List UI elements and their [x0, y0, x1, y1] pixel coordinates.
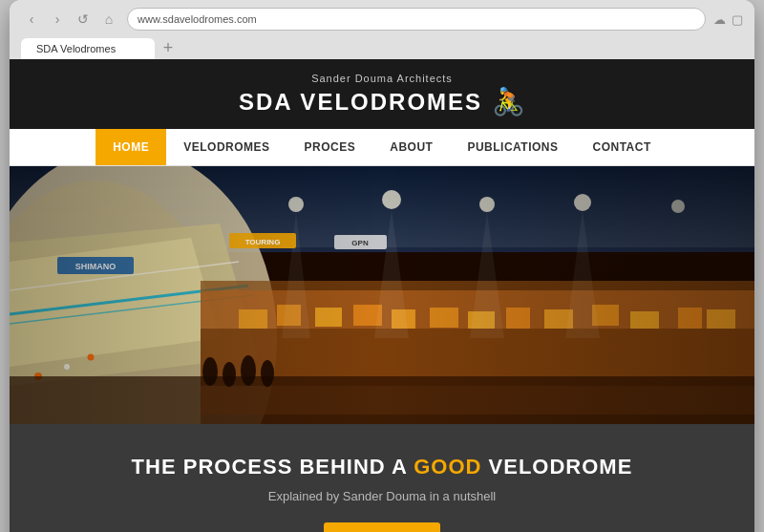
active-tab[interactable]: SDA Velodromes — [21, 38, 155, 59]
cta-section: THE PROCESS BEHIND A GOOD VELODROME Expl… — [10, 424, 754, 532]
tab-label: SDA Velodromes — [36, 43, 116, 54]
title-row: SDA VELODROMES 🚴 — [10, 86, 754, 117]
learn-more-button[interactable]: Learn more — [324, 522, 440, 532]
browser-top-bar: ‹ › ↺ ⌂ www.sdavelodromes.com ☁ ▢ — [21, 8, 743, 31]
forward-button[interactable]: › — [47, 9, 68, 30]
nav-item-proces[interactable]: PROCES — [287, 129, 373, 165]
tab-bar: SDA Velodromes + — [21, 36, 743, 59]
hero-image: SHIMANO TOURING GPN — [10, 166, 754, 424]
reload-button[interactable]: ↺ — [73, 9, 94, 30]
address-text: www.sdavelodromes.com — [138, 13, 257, 25]
cloud-icon: ☁ — [713, 12, 726, 27]
nav-item-contact[interactable]: CONTACT — [576, 129, 668, 165]
browser-chrome: ‹ › ↺ ⌂ www.sdavelodromes.com ☁ ▢ SDA Ve… — [10, 0, 754, 59]
nav-item-home[interactable]: HOME — [96, 129, 166, 165]
nav-item-about[interactable]: ABOUT — [372, 129, 450, 165]
site-title: SDA VELODROMES — [239, 89, 482, 116]
nav-item-publications[interactable]: PUBLICATIONS — [450, 129, 575, 165]
cta-subtext: Explained by Sander Douma in a nutshell — [29, 489, 735, 503]
cta-headline: THE PROCESS BEHIND A GOOD VELODROME — [29, 455, 735, 479]
address-bar[interactable]: www.sdavelodromes.com — [127, 8, 706, 31]
hero-section: SHIMANO TOURING GPN — [10, 166, 754, 424]
site-header: Sander Douma Architects SDA VELODROMES 🚴 — [10, 59, 754, 129]
browser-controls: ‹ › ↺ ⌂ — [21, 9, 119, 30]
nav-item-velodromes[interactable]: VELODROMES — [166, 129, 286, 165]
headline-pre: THE PROCESS BEHIND A — [132, 455, 414, 479]
back-button[interactable]: ‹ — [21, 9, 42, 30]
site-subtitle: Sander Douma Architects — [10, 73, 754, 84]
browser-frame: ‹ › ↺ ⌂ www.sdavelodromes.com ☁ ▢ SDA Ve… — [10, 0, 754, 532]
headline-post: VELODROME — [481, 455, 632, 479]
new-tab-button[interactable]: + — [157, 36, 180, 59]
svg-rect-49 — [10, 166, 754, 424]
site-nav: HOME VELODROMES PROCES ABOUT PUBLICATION… — [10, 129, 754, 166]
home-button[interactable]: ⌂ — [98, 9, 119, 30]
headline-highlight: GOOD — [414, 455, 481, 479]
website-content: Sander Douma Architects SDA VELODROMES 🚴… — [10, 59, 754, 532]
browser-icons-right: ☁ ▢ — [713, 12, 743, 27]
window-icon: ▢ — [732, 12, 743, 27]
cyclist-icon: 🚴 — [492, 86, 525, 117]
